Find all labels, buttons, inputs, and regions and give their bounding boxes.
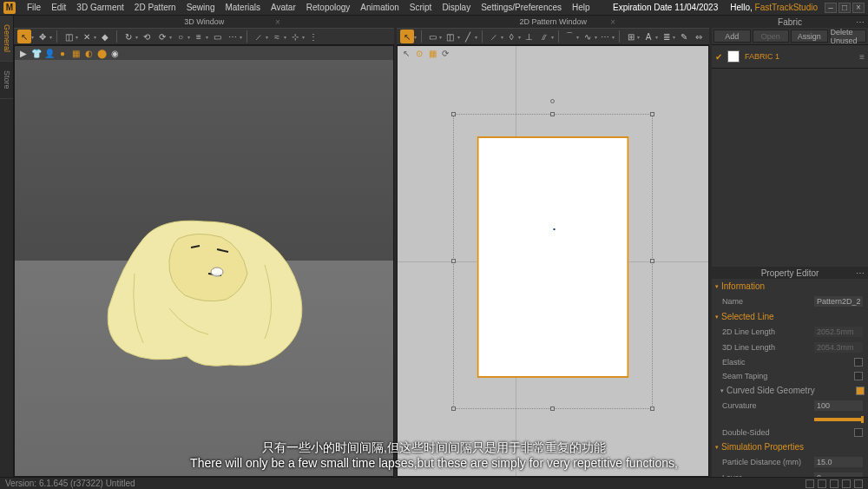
viewport-2d[interactable]: ↖ ⊙ ▦ ⟳ ✦	[397, 45, 709, 477]
tool-2d-line[interactable]: ╱	[462, 30, 475, 43]
left-tab-store[interactable]: Store	[0, 62, 13, 99]
fabric-assign-button[interactable]: Assign	[791, 30, 828, 43]
tab-3d-close-icon[interactable]: ×	[275, 17, 280, 27]
tool-select-net[interactable]: ✕	[80, 30, 94, 43]
tool-select-lasso[interactable]: ◫	[62, 30, 76, 43]
left-tab-general[interactable]: General	[0, 16, 13, 62]
viewport-2d-toolbar: ↖ ⊙ ▦ ⟳	[398, 46, 708, 60]
tool-steam[interactable]: ≈	[270, 30, 284, 43]
tool-2d-notch[interactable]: ⊥	[523, 30, 536, 43]
tool-2d-topstitch[interactable]: ⋯	[599, 30, 612, 43]
menu-file[interactable]: File	[23, 1, 45, 14]
tool-measure[interactable]: ⟋	[252, 30, 266, 43]
tab-2d-window[interactable]: 2D Pattern Window	[502, 17, 604, 27]
fabric-swatch	[727, 50, 740, 63]
vp-render-icon[interactable]: ⬤	[96, 48, 107, 58]
fabric-item-menu-icon[interactable]: ≡	[859, 52, 865, 62]
tab-2d-close-icon[interactable]: ×	[610, 17, 615, 27]
close-button[interactable]: ×	[852, 3, 865, 13]
section-information[interactable]: ▾Information	[712, 279, 868, 294]
tool-topstitch[interactable]: ⋯	[226, 30, 240, 43]
input-name[interactable]	[814, 296, 863, 307]
menu-help[interactable]: Help	[568, 1, 595, 14]
tool-2d-seam[interactable]: ⫽	[537, 30, 550, 43]
tool-zipper[interactable]: ≡	[192, 30, 206, 43]
slider-curvature[interactable]	[814, 418, 863, 421]
menu-avatar[interactable]: Avatar	[266, 1, 300, 14]
tool-button[interactable]: ○	[174, 30, 187, 43]
tool-select-move[interactable]: ↖	[17, 30, 31, 43]
fabric-panel-menu-icon[interactable]: ⋯	[856, 17, 865, 27]
tool-2d-grade[interactable]: ≣	[660, 30, 673, 43]
layout-icon-3[interactable]	[830, 479, 838, 488]
fabric-delete-button[interactable]: Delete Unused	[830, 30, 867, 43]
fabric-add-button[interactable]: Add	[713, 30, 751, 43]
tool-arrange[interactable]: ↻	[122, 30, 135, 43]
tool-2d-freesew[interactable]: ∿	[581, 30, 594, 43]
tool-2d-select[interactable]: ↖	[400, 30, 413, 43]
tool-add-point[interactable]: ⊹	[288, 30, 302, 43]
vp-fabric-icon[interactable]: ▦	[70, 48, 81, 58]
checkbox-curved-side[interactable]	[856, 387, 865, 395]
viewport-3d[interactable]: ▶ 👕 👤 ● ▦ ◐ ⬤ ◉	[14, 45, 394, 477]
tool-2d-align[interactable]: ⊞	[624, 30, 637, 43]
layout-icon-1[interactable]	[806, 479, 814, 488]
section-curved-side[interactable]: ▾Curved Side Geometry	[712, 383, 868, 398]
menu-2d-pattern[interactable]: 2D Pattern	[130, 1, 181, 14]
layout-icon-5[interactable]	[854, 479, 863, 488]
tool-2d-sew[interactable]: ⌒	[563, 30, 576, 43]
tool-gizmo[interactable]: ✥	[36, 30, 49, 43]
layout-icon-4[interactable]	[842, 479, 851, 488]
vp-bulb-icon[interactable]: ◐	[83, 48, 94, 58]
tool-pin[interactable]: ◆	[98, 30, 112, 43]
tool-graphic[interactable]: ▭	[210, 30, 224, 43]
menu-settings[interactable]: Settings/Preferences	[477, 1, 566, 14]
svg-point-0	[211, 268, 223, 276]
fabric-list-item[interactable]: ✔ FABRIC 1 ≡	[712, 45, 868, 69]
vp-avatar-icon[interactable]: 👕	[31, 48, 42, 58]
tool-2d-shape[interactable]: ◫	[444, 30, 457, 43]
fabric-open-button[interactable]: Open	[753, 30, 790, 43]
minimize-button[interactable]: –	[825, 3, 837, 13]
tool-2d-rect[interactable]: ▭	[426, 30, 439, 43]
section-selected-line[interactable]: ▾Selected Line	[712, 309, 868, 324]
layout-icon-2[interactable]	[818, 479, 826, 488]
vp2d-grid-icon[interactable]: ▦	[427, 48, 437, 58]
menu-sewing[interactable]: Sewing	[182, 1, 220, 14]
panel-right: Fabric⋯ Add Open Assign Delete Unused ✔ …	[712, 16, 868, 477]
input-curvature[interactable]	[814, 400, 863, 411]
tool-2d-symmetry[interactable]: ⇔	[693, 30, 706, 43]
menu-script[interactable]: Script	[405, 1, 437, 14]
section-simulation[interactable]: ▾Simulation Properties	[712, 439, 868, 454]
menu-materials[interactable]: Materials	[220, 1, 265, 14]
checkbox-double-sided[interactable]	[854, 428, 863, 437]
vp-planet-icon[interactable]: ◉	[109, 48, 120, 58]
tool-2d-dart[interactable]: ◊	[505, 30, 518, 43]
tool-tack[interactable]: ⟳	[155, 30, 169, 43]
vp-body-icon[interactable]: 👤	[44, 48, 55, 58]
menu-animation[interactable]: Animation	[356, 1, 403, 14]
vp2d-arrange-icon[interactable]: ⟳	[440, 48, 450, 58]
menu-retopology[interactable]: Retopology	[302, 1, 355, 14]
checkbox-elastic[interactable]	[854, 358, 863, 367]
status-layout-icons[interactable]	[806, 479, 863, 488]
maximize-button[interactable]: □	[838, 3, 851, 13]
tool-fold[interactable]: ⟲	[140, 30, 154, 43]
vp-play-icon[interactable]: ▶	[18, 48, 29, 58]
tool-2d-annotate[interactable]: ✎	[677, 30, 690, 43]
vp-reset-icon[interactable]: ●	[57, 48, 68, 58]
prop-panel-menu-icon[interactable]: ⋯	[856, 268, 865, 278]
menu-edit[interactable]: Edit	[47, 1, 70, 14]
menu-display[interactable]: Display	[437, 1, 475, 14]
pattern-rectangle[interactable]	[477, 136, 629, 378]
vp2d-magnet-icon[interactable]: ⊙	[414, 48, 424, 58]
checkbox-seam-taping[interactable]	[854, 372, 863, 380]
tool-2d-text[interactable]: A	[641, 30, 654, 43]
tool-more[interactable]: ⋮	[306, 30, 320, 43]
tool-2d-trace[interactable]: ⟋	[487, 30, 500, 43]
input-particle-dist[interactable]	[814, 457, 863, 467]
vp2d-sync-icon[interactable]: ↖	[401, 48, 411, 58]
left-tabs: General Store	[0, 16, 14, 477]
tab-3d-window[interactable]: 3D Window	[167, 17, 241, 27]
menu-3d-garment[interactable]: 3D Garment	[72, 1, 128, 14]
